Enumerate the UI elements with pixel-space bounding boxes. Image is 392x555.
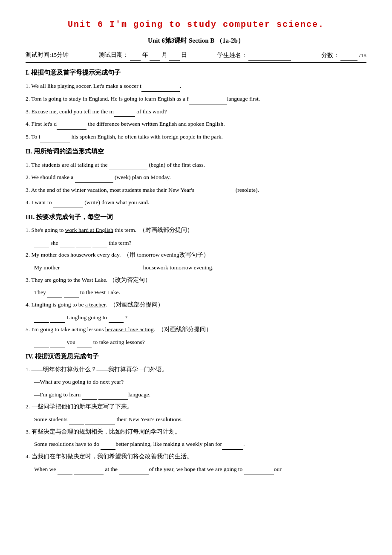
score-label: 分数： /18 [321,50,366,61]
q1-4: 4. First let's d the difference between … [26,118,366,130]
q4-2-english: Some students their New Year's resolutio… [26,413,366,425]
q2-2: 2. We should make a (week) plan on Monda… [26,171,366,183]
time-label: 测试时间:15分钟 [26,50,69,61]
q3-3: 3. They are going to the West Lake. （改为否… [26,275,366,286]
q1-2: 2. Tom is going to study in England. He … [26,93,366,104]
name-label: 学生姓名： [217,50,291,61]
q4-1-chinese: 1. ——明年你打算做什么？——我打算再学一门外语。 [26,364,366,375]
q3-1-sub: she this term? [26,237,366,249]
section3-title: III. 按要求完成句子，每空一词 [26,211,366,223]
q2-1: 1. The students are all talking at the (… [26,159,366,171]
exam-info: 测试时间:15分钟 测试日期： 年 月 日 学生姓名： 分数： /18 [26,50,366,63]
q3-1: 1. She's going to work hard at English t… [26,225,366,236]
q4-1-e1: —What are you going to do next year? [26,376,366,387]
q1-5: 5. To i his spoken English, he often tal… [26,131,366,142]
q3-5-sub: you to take acting lessons? [26,336,366,348]
q1-3: 3. Excuse me, could you tell me the m of… [26,106,366,117]
q3-4-sub: Lingling going to ? [26,312,366,323]
section1-title: I. 根据句意及首字母提示完成句子 [26,67,366,78]
q4-1-e2: —I'm going to learn language. [26,389,366,400]
date-label: 测试日期： 年 月 日 [99,50,187,61]
q4-2-chinese: 2. 一些同学把他们的新年决定写了下来。 [26,401,366,412]
q2-4: 4. I want to (write) down what you said. [26,197,366,208]
sub-title: Unit 6第3课时 Section B （1a-2b） [26,35,366,46]
q2-3: 3. At the end of the winter vacation, mo… [26,184,366,196]
q4-3-english: Some resolutions have to do better plann… [26,438,366,450]
q4-4-chinese: 4. 当我们在年初做决定时，我们希望我们将会改善我们的生活。 [26,451,366,462]
q3-5: 5. I'm going to take acting lessons beca… [26,324,366,335]
section2-title: II. 用所给词的适当形式填空 [26,146,366,157]
q3-2: 2. My mother does housework every day. （… [26,249,366,260]
q4-4-english: When we at the of the year, we hope that… [26,463,366,475]
q3-3-sub: They to the West Lake. [26,286,366,298]
section4-title: IV. 根据汉语意思完成句子 [26,351,366,362]
main-title: Unit 6 I'm going to study computer scien… [26,17,366,32]
q3-4: 4. Lingling is going to be a teacher. （对… [26,299,366,310]
q1-1: 1. We all like playing soccer. Let's mak… [26,80,366,92]
q3-2-sub: My mother housework tomorrow evening. [26,262,366,273]
q4-3-chinese: 3. 有些决定与合理的规划相关，比如制订每周的学习计划。 [26,426,366,437]
